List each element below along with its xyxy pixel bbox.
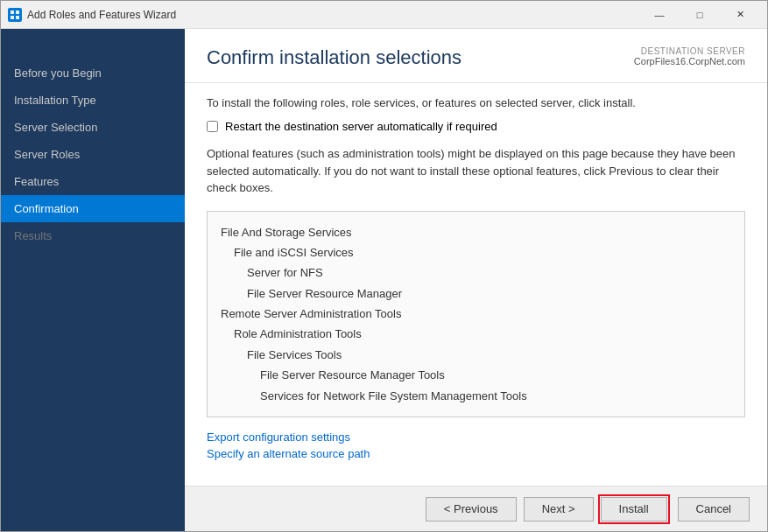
sidebar-item-before-you-begin[interactable]: Before you Begin [1,60,185,87]
panel-body: To install the following roles, role ser… [185,83,767,486]
panel-header: Confirm installation selections DESTINAT… [185,29,767,83]
minimize-button[interactable]: — [639,1,680,29]
sidebar-item-server-roles[interactable]: Server Roles [1,141,185,168]
titlebar: Add Roles and Features Wizard — □ ✕ [1,1,767,29]
sidebar-item-confirmation[interactable]: Confirmation [1,195,185,222]
destination-server-name: CorpFiles16.CorpNet.com [634,56,745,66]
sidebar-item-results: Results [1,222,185,249]
next-button[interactable]: Next > [524,497,594,522]
feature-item: File Server Resource Manager Tools [260,365,731,385]
window: Add Roles and Features Wizard — □ ✕ Befo… [0,0,768,532]
features-box: File And Storage Services File and iSCSI… [207,211,745,418]
feature-item: File Services Tools [247,345,731,365]
app-icon [8,8,22,22]
optional-text: Optional features (such as administratio… [207,145,745,197]
svg-rect-2 [11,16,14,19]
sidebar-nav: Before you Begin Installation Type Serve… [1,60,185,531]
destination-server-label: DESTINATION SERVER [634,46,745,56]
right-panel: Confirm installation selections DESTINAT… [185,29,767,531]
maximize-button[interactable]: □ [680,1,720,29]
panel-title: Confirm installation selections [207,46,462,69]
restart-checkbox-label: Restart the destination server automatic… [225,120,497,133]
feature-item: File And Storage Services [221,222,731,242]
svg-rect-0 [11,10,14,14]
footer: < Previous Next > Install Cancel [185,486,767,531]
alternate-source-link[interactable]: Specify an alternate source path [207,447,745,460]
install-button[interactable]: Install [601,497,667,522]
feature-item: Remote Server Administration Tools [221,304,731,324]
close-button[interactable]: ✕ [720,1,760,29]
sidebar-item-features[interactable]: Features [1,168,185,195]
feature-item: File and iSCSI Services [234,242,731,262]
install-info-text: To install the following roles, role ser… [207,96,745,109]
export-config-link[interactable]: Export configuration settings [207,430,745,444]
feature-item: Role Administration Tools [234,324,731,344]
restart-checkbox[interactable] [207,121,218,132]
feature-item: Services for Network File System Managem… [260,386,731,406]
links-section: Export configuration settings Specify an… [207,430,745,460]
restart-checkbox-row: Restart the destination server automatic… [207,120,745,133]
sidebar-header [1,29,185,60]
previous-button[interactable]: < Previous [426,497,517,522]
feature-item: File Server Resource Manager [247,284,731,304]
main-content: Before you Begin Installation Type Serve… [1,29,767,531]
sidebar-item-server-selection[interactable]: Server Selection [1,114,185,141]
feature-item: Server for NFS [247,262,731,283]
svg-rect-1 [16,10,19,14]
window-title: Add Roles and Features Wizard [27,9,639,21]
cancel-button[interactable]: Cancel [678,497,750,522]
sidebar: Before you Begin Installation Type Serve… [1,29,185,531]
svg-rect-3 [16,16,19,19]
sidebar-item-installation-type[interactable]: Installation Type [1,87,185,114]
destination-server-info: DESTINATION SERVER CorpFiles16.CorpNet.c… [634,46,745,66]
window-controls: — □ ✕ [639,1,760,29]
